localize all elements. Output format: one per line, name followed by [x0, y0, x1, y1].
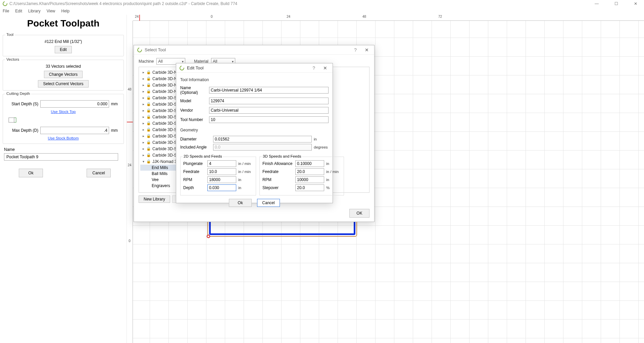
- feedrate-2d-input[interactable]: [207, 168, 236, 175]
- depth-diagram-icon: [8, 116, 18, 124]
- tool-name-input[interactable]: [209, 87, 329, 94]
- max-depth-unit: mm: [111, 128, 121, 133]
- tool-group-label: Tool: [5, 33, 15, 37]
- lock-icon: 🔒: [146, 147, 151, 151]
- change-vectors-button[interactable]: Change Vectors: [44, 71, 83, 78]
- plungerate-input[interactable]: [207, 160, 236, 167]
- toolnum-field-label: Tool Number: [180, 117, 207, 122]
- menu-view[interactable]: View: [47, 9, 55, 13]
- feedrate-3d-label: Feedrate: [262, 169, 293, 174]
- tool-group: Tool #122 End Mill (1/32") Edit: [3, 35, 124, 56]
- rpm-3d-label: RPM: [262, 177, 293, 182]
- cutting-depth-label: Cutting Depth: [5, 92, 31, 96]
- close-button[interactable]: ✕: [630, 1, 641, 6]
- stepover-unit: %: [326, 186, 341, 190]
- vectors-group-label: Vectors: [5, 57, 20, 61]
- use-stock-bottom-link[interactable]: Use Stock Bottom: [6, 136, 121, 140]
- edit-tool-close-button[interactable]: ✕: [321, 65, 329, 71]
- finish-unit: in: [326, 162, 341, 166]
- model-input[interactable]: [209, 98, 329, 104]
- feedrate-3d-unit: in / min: [326, 170, 341, 174]
- 3d-speeds-label: 3D Speeds and Feeds: [262, 154, 302, 158]
- finish-allowance-label: Finish Allowance: [262, 161, 293, 166]
- lock-icon: 🔒: [146, 140, 151, 145]
- menu-file[interactable]: File: [3, 9, 9, 13]
- minimize-button[interactable]: —: [591, 1, 602, 6]
- geometry-heading: Geometry: [180, 128, 329, 132]
- diameter-unit: in: [314, 137, 329, 141]
- cutting-depth-group: Cutting Depth Start Depth (S) mm Use Sto…: [3, 94, 124, 144]
- diameter-input[interactable]: [213, 136, 312, 142]
- toolpath-panel: Pocket Toolpath Tool #122 End Mill (1/32…: [0, 15, 127, 343]
- svg-rect-0: [9, 118, 14, 122]
- menu-help[interactable]: Help: [61, 9, 70, 13]
- lock-icon: 🔒: [146, 134, 151, 138]
- select-tool-help-button[interactable]: ?: [351, 47, 360, 53]
- toolpath-name-input[interactable]: [4, 153, 118, 161]
- lock-icon: 🔒: [146, 159, 151, 164]
- start-depth-input[interactable]: [40, 100, 109, 108]
- plungerate-label: Plungerate: [183, 161, 205, 166]
- stepover-label: Stepover: [262, 185, 293, 190]
- start-depth-unit: mm: [111, 102, 121, 106]
- tool-description: #122 End Mill (1/32"): [6, 39, 121, 44]
- rpm-2d-input[interactable]: [207, 176, 236, 183]
- vectors-group: Vectors 33 Vectors selected Change Vecto…: [3, 60, 124, 91]
- dialog-logo-icon: [179, 65, 185, 71]
- vendor-field-label: Vendor: [180, 108, 207, 113]
- edit-tool-dialog: Edit Tool ? ✕ Tool Information Name (Opt…: [176, 63, 333, 203]
- lock-icon: 🔒: [146, 76, 151, 81]
- 3d-speeds-group: 3D Speeds and Feeds Finish Allowance in …: [259, 157, 344, 195]
- 2d-speeds-group: 2D Speeds and Feeds Plungerate in / min …: [180, 157, 256, 195]
- included-angle-label: Included Angle: [180, 145, 211, 150]
- feedrate-3d-input[interactable]: [295, 168, 324, 175]
- lock-icon: 🔒: [146, 102, 151, 106]
- lock-icon: 🔒: [146, 108, 151, 113]
- max-depth-input[interactable]: [40, 127, 109, 134]
- stepover-input[interactable]: [295, 184, 324, 191]
- depth-input[interactable]: [207, 184, 236, 191]
- depth-unit: in: [238, 186, 253, 190]
- select-tool-close-button[interactable]: ✕: [363, 47, 371, 53]
- rpm-2d-label: RPM: [183, 177, 205, 182]
- new-library-button[interactable]: New Library: [139, 195, 170, 203]
- tool-number-input[interactable]: [209, 116, 329, 123]
- menu-edit[interactable]: Edit: [15, 9, 22, 13]
- lock-icon: 🔒: [146, 89, 151, 94]
- vectors-status: 33 Vectors selected: [6, 64, 121, 69]
- edit-tool-cancel-button[interactable]: Cancel: [257, 199, 280, 207]
- dialog-logo-icon: [136, 47, 143, 53]
- panel-ok-button[interactable]: Ok: [19, 169, 43, 177]
- included-angle-input: [213, 144, 312, 151]
- edit-tool-button[interactable]: Edit: [55, 46, 72, 53]
- max-depth-label: Max Depth (D): [6, 128, 38, 133]
- machine-label: Machine: [139, 59, 154, 64]
- rpm-2d-unit: in: [238, 178, 253, 182]
- menu-library[interactable]: Library: [28, 9, 41, 13]
- feedrate-2d-label: Feedrate: [183, 169, 205, 174]
- finish-allowance-input[interactable]: [295, 160, 324, 167]
- edit-tool-title: Edit Tool: [187, 65, 306, 70]
- use-stock-top-link[interactable]: Use Stock Top: [6, 110, 121, 114]
- edit-tool-help-button[interactable]: ?: [309, 65, 318, 71]
- edit-tool-ok-button[interactable]: Ok: [229, 199, 252, 207]
- select-current-vectors-button[interactable]: Select Current Vectors: [38, 80, 88, 88]
- plungerate-unit: in / min: [238, 162, 253, 166]
- tool-info-heading: Tool Information: [180, 77, 329, 82]
- feedrate-2d-unit: in / min: [238, 170, 253, 174]
- included-angle-unit: degrees: [314, 145, 329, 149]
- panel-cancel-button[interactable]: Cancel: [87, 169, 111, 177]
- title-bar: C:/Users/James.Khan/Pictures/Screenshots…: [0, 0, 644, 7]
- rpm-3d-unit: in: [326, 178, 341, 182]
- depth-label: Depth: [183, 185, 205, 190]
- lock-icon: 🔒: [146, 153, 151, 157]
- start-depth-label: Start Depth (S): [6, 102, 38, 106]
- maximize-button[interactable]: ☐: [610, 1, 622, 6]
- lock-icon: 🔒: [146, 115, 151, 119]
- select-tool-ok-button[interactable]: OK: [349, 209, 369, 218]
- app-logo-icon: [2, 0, 8, 7]
- lock-icon: 🔒: [146, 121, 151, 125]
- rpm-3d-input[interactable]: [295, 176, 324, 183]
- select-tool-title: Select Tool: [145, 47, 348, 52]
- vendor-input[interactable]: [209, 107, 329, 114]
